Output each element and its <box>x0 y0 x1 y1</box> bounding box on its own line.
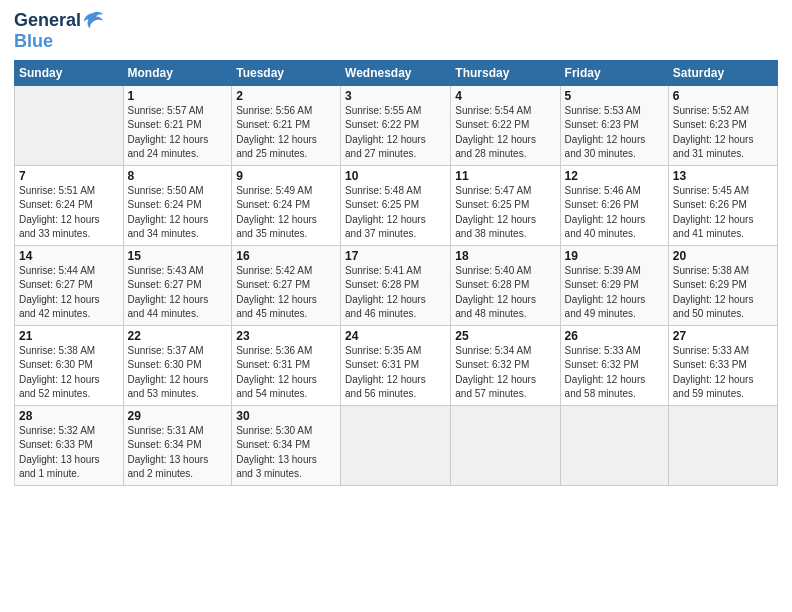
main-container: General Blue SundayMondayTuesdayWednesda… <box>0 0 792 496</box>
day-number: 24 <box>345 329 446 343</box>
calendar-cell: 2Sunrise: 5:56 AM Sunset: 6:21 PM Daylig… <box>232 85 341 165</box>
day-number: 26 <box>565 329 664 343</box>
calendar-cell: 12Sunrise: 5:46 AM Sunset: 6:26 PM Dayli… <box>560 165 668 245</box>
day-number: 28 <box>19 409 119 423</box>
day-info: Sunrise: 5:32 AM Sunset: 6:33 PM Dayligh… <box>19 424 119 482</box>
day-info: Sunrise: 5:38 AM Sunset: 6:29 PM Dayligh… <box>673 264 773 322</box>
calendar-cell: 23Sunrise: 5:36 AM Sunset: 6:31 PM Dayli… <box>232 325 341 405</box>
day-info: Sunrise: 5:51 AM Sunset: 6:24 PM Dayligh… <box>19 184 119 242</box>
day-info: Sunrise: 5:45 AM Sunset: 6:26 PM Dayligh… <box>673 184 773 242</box>
calendar-cell: 30Sunrise: 5:30 AM Sunset: 6:34 PM Dayli… <box>232 405 341 485</box>
weekday-header-wednesday: Wednesday <box>341 60 451 85</box>
calendar-cell: 21Sunrise: 5:38 AM Sunset: 6:30 PM Dayli… <box>15 325 124 405</box>
day-number: 1 <box>128 89 228 103</box>
calendar-week-row: 28Sunrise: 5:32 AM Sunset: 6:33 PM Dayli… <box>15 405 778 485</box>
day-info: Sunrise: 5:52 AM Sunset: 6:23 PM Dayligh… <box>673 104 773 162</box>
day-number: 17 <box>345 249 446 263</box>
calendar-cell: 5Sunrise: 5:53 AM Sunset: 6:23 PM Daylig… <box>560 85 668 165</box>
logo-general: General <box>14 11 81 31</box>
weekday-header-tuesday: Tuesday <box>232 60 341 85</box>
day-info: Sunrise: 5:49 AM Sunset: 6:24 PM Dayligh… <box>236 184 336 242</box>
calendar-cell: 17Sunrise: 5:41 AM Sunset: 6:28 PM Dayli… <box>341 245 451 325</box>
calendar-cell <box>341 405 451 485</box>
day-number: 19 <box>565 249 664 263</box>
logo-blue: Blue <box>14 31 53 51</box>
day-info: Sunrise: 5:50 AM Sunset: 6:24 PM Dayligh… <box>128 184 228 242</box>
day-number: 3 <box>345 89 446 103</box>
calendar-cell: 1Sunrise: 5:57 AM Sunset: 6:21 PM Daylig… <box>123 85 232 165</box>
day-number: 27 <box>673 329 773 343</box>
day-info: Sunrise: 5:53 AM Sunset: 6:23 PM Dayligh… <box>565 104 664 162</box>
calendar-cell: 28Sunrise: 5:32 AM Sunset: 6:33 PM Dayli… <box>15 405 124 485</box>
day-number: 11 <box>455 169 555 183</box>
day-number: 5 <box>565 89 664 103</box>
day-info: Sunrise: 5:47 AM Sunset: 6:25 PM Dayligh… <box>455 184 555 242</box>
day-number: 14 <box>19 249 119 263</box>
weekday-header-friday: Friday <box>560 60 668 85</box>
day-info: Sunrise: 5:57 AM Sunset: 6:21 PM Dayligh… <box>128 104 228 162</box>
day-info: Sunrise: 5:33 AM Sunset: 6:33 PM Dayligh… <box>673 344 773 402</box>
calendar-cell <box>560 405 668 485</box>
day-info: Sunrise: 5:55 AM Sunset: 6:22 PM Dayligh… <box>345 104 446 162</box>
day-number: 13 <box>673 169 773 183</box>
logo-bird-icon <box>83 10 105 32</box>
weekday-header-thursday: Thursday <box>451 60 560 85</box>
day-number: 16 <box>236 249 336 263</box>
calendar-cell: 26Sunrise: 5:33 AM Sunset: 6:32 PM Dayli… <box>560 325 668 405</box>
calendar-cell: 29Sunrise: 5:31 AM Sunset: 6:34 PM Dayli… <box>123 405 232 485</box>
calendar-cell: 22Sunrise: 5:37 AM Sunset: 6:30 PM Dayli… <box>123 325 232 405</box>
calendar-cell: 14Sunrise: 5:44 AM Sunset: 6:27 PM Dayli… <box>15 245 124 325</box>
calendar-cell: 19Sunrise: 5:39 AM Sunset: 6:29 PM Dayli… <box>560 245 668 325</box>
calendar-cell: 9Sunrise: 5:49 AM Sunset: 6:24 PM Daylig… <box>232 165 341 245</box>
calendar-cell: 7Sunrise: 5:51 AM Sunset: 6:24 PM Daylig… <box>15 165 124 245</box>
day-info: Sunrise: 5:42 AM Sunset: 6:27 PM Dayligh… <box>236 264 336 322</box>
day-number: 20 <box>673 249 773 263</box>
day-number: 30 <box>236 409 336 423</box>
day-info: Sunrise: 5:39 AM Sunset: 6:29 PM Dayligh… <box>565 264 664 322</box>
calendar-table: SundayMondayTuesdayWednesdayThursdayFrid… <box>14 60 778 486</box>
calendar-cell: 27Sunrise: 5:33 AM Sunset: 6:33 PM Dayli… <box>668 325 777 405</box>
logo-text-block: General Blue <box>14 10 105 52</box>
calendar-cell: 3Sunrise: 5:55 AM Sunset: 6:22 PM Daylig… <box>341 85 451 165</box>
day-info: Sunrise: 5:48 AM Sunset: 6:25 PM Dayligh… <box>345 184 446 242</box>
calendar-cell <box>451 405 560 485</box>
day-number: 21 <box>19 329 119 343</box>
calendar-week-row: 14Sunrise: 5:44 AM Sunset: 6:27 PM Dayli… <box>15 245 778 325</box>
day-info: Sunrise: 5:30 AM Sunset: 6:34 PM Dayligh… <box>236 424 336 482</box>
calendar-cell: 16Sunrise: 5:42 AM Sunset: 6:27 PM Dayli… <box>232 245 341 325</box>
day-info: Sunrise: 5:44 AM Sunset: 6:27 PM Dayligh… <box>19 264 119 322</box>
day-number: 10 <box>345 169 446 183</box>
day-info: Sunrise: 5:31 AM Sunset: 6:34 PM Dayligh… <box>128 424 228 482</box>
day-info: Sunrise: 5:56 AM Sunset: 6:21 PM Dayligh… <box>236 104 336 162</box>
day-number: 18 <box>455 249 555 263</box>
day-number: 12 <box>565 169 664 183</box>
day-number: 6 <box>673 89 773 103</box>
day-info: Sunrise: 5:36 AM Sunset: 6:31 PM Dayligh… <box>236 344 336 402</box>
day-number: 2 <box>236 89 336 103</box>
day-number: 25 <box>455 329 555 343</box>
calendar-cell: 18Sunrise: 5:40 AM Sunset: 6:28 PM Dayli… <box>451 245 560 325</box>
day-info: Sunrise: 5:40 AM Sunset: 6:28 PM Dayligh… <box>455 264 555 322</box>
calendar-cell <box>668 405 777 485</box>
day-number: 9 <box>236 169 336 183</box>
day-info: Sunrise: 5:54 AM Sunset: 6:22 PM Dayligh… <box>455 104 555 162</box>
day-number: 7 <box>19 169 119 183</box>
calendar-cell: 8Sunrise: 5:50 AM Sunset: 6:24 PM Daylig… <box>123 165 232 245</box>
day-info: Sunrise: 5:41 AM Sunset: 6:28 PM Dayligh… <box>345 264 446 322</box>
calendar-week-row: 7Sunrise: 5:51 AM Sunset: 6:24 PM Daylig… <box>15 165 778 245</box>
day-info: Sunrise: 5:43 AM Sunset: 6:27 PM Dayligh… <box>128 264 228 322</box>
calendar-cell: 10Sunrise: 5:48 AM Sunset: 6:25 PM Dayli… <box>341 165 451 245</box>
calendar-cell: 13Sunrise: 5:45 AM Sunset: 6:26 PM Dayli… <box>668 165 777 245</box>
day-info: Sunrise: 5:38 AM Sunset: 6:30 PM Dayligh… <box>19 344 119 402</box>
calendar-cell: 6Sunrise: 5:52 AM Sunset: 6:23 PM Daylig… <box>668 85 777 165</box>
calendar-week-row: 1Sunrise: 5:57 AM Sunset: 6:21 PM Daylig… <box>15 85 778 165</box>
calendar-cell: 25Sunrise: 5:34 AM Sunset: 6:32 PM Dayli… <box>451 325 560 405</box>
calendar-cell <box>15 85 124 165</box>
day-info: Sunrise: 5:35 AM Sunset: 6:31 PM Dayligh… <box>345 344 446 402</box>
day-number: 23 <box>236 329 336 343</box>
weekday-header-monday: Monday <box>123 60 232 85</box>
day-info: Sunrise: 5:46 AM Sunset: 6:26 PM Dayligh… <box>565 184 664 242</box>
logo: General Blue <box>14 10 105 52</box>
day-number: 15 <box>128 249 228 263</box>
day-info: Sunrise: 5:33 AM Sunset: 6:32 PM Dayligh… <box>565 344 664 402</box>
